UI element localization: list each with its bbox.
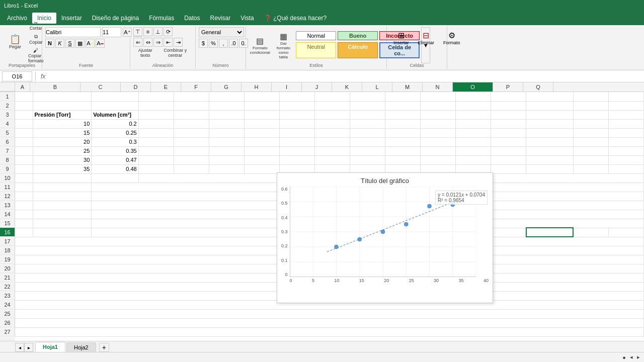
cell-O9[interactable] <box>526 164 573 173</box>
cell-G3[interactable] <box>244 110 279 119</box>
cell-I1[interactable] <box>315 92 350 101</box>
cell-P5[interactable] <box>573 128 608 137</box>
row-num-2[interactable]: 2 <box>0 101 15 110</box>
cell-F5[interactable] <box>209 128 244 137</box>
col-header-A[interactable]: A <box>15 82 30 92</box>
cell-N4[interactable] <box>491 119 526 128</box>
cell-H8[interactable] <box>279 155 314 164</box>
cell-O7[interactable] <box>526 146 573 155</box>
row-num-15[interactable]: 15 <box>0 219 15 228</box>
cell-B4[interactable]: 10 <box>33 119 92 128</box>
menu-insertar[interactable]: Insertar <box>56 13 87 24</box>
style-normal[interactable]: Normal <box>296 31 336 40</box>
cell-A6[interactable] <box>15 137 33 146</box>
font-name-input[interactable] <box>45 27 101 37</box>
cell-P2[interactable] <box>573 101 608 110</box>
cell-I8[interactable] <box>315 155 350 164</box>
cell-J7[interactable] <box>350 146 385 155</box>
cell-K7[interactable] <box>385 146 421 155</box>
cell-O6[interactable] <box>526 137 573 146</box>
indent-dec-button[interactable]: ⇤ <box>164 38 173 47</box>
dec-inc-button[interactable]: .0 <box>229 39 238 48</box>
row-num-8[interactable]: 8 <box>0 155 15 164</box>
align-bottom-button[interactable]: ⊥ <box>153 27 163 36</box>
cell-A12[interactable] <box>15 192 33 201</box>
cell-G8[interactable] <box>244 155 279 164</box>
cell-D7[interactable] <box>138 146 174 155</box>
cell-E6[interactable] <box>174 137 209 146</box>
formato-condicional-button[interactable]: ▤ Formato condicional <box>249 36 271 54</box>
row-num-11[interactable]: 11 <box>0 183 15 192</box>
cell-C1[interactable] <box>92 92 138 101</box>
border-button[interactable]: ▦ <box>75 39 85 48</box>
sheet-tab-hoja2[interactable]: Hoja2 <box>66 342 96 352</box>
style-bueno[interactable]: Bueno <box>338 31 378 40</box>
cell-N1[interactable] <box>491 92 526 101</box>
cell-A10[interactable] <box>15 173 33 183</box>
cell-C3[interactable]: Volumen [cm³] <box>92 110 138 119</box>
cell-H4[interactable] <box>279 119 314 128</box>
cell-L7[interactable] <box>421 146 456 155</box>
add-sheet-button[interactable]: + <box>99 343 109 352</box>
col-header-N[interactable]: N <box>423 82 453 92</box>
cell-F3[interactable] <box>209 110 244 119</box>
cell-M7[interactable] <box>456 146 491 155</box>
row-num-24[interactable]: 24 <box>0 300 15 309</box>
chart-container[interactable]: Título del gráfico 0 0.1 0.2 0.3 0.4 0.5… <box>277 172 493 303</box>
cell-O5[interactable] <box>526 128 573 137</box>
indent-inc-button[interactable]: ⇥ <box>174 38 183 47</box>
cell-M3[interactable] <box>456 110 491 119</box>
cell-C8[interactable]: 0.47 <box>92 155 138 164</box>
dar-formato-button[interactable]: ▦ Dar formato como tabla <box>273 36 295 54</box>
cell-Q8[interactable] <box>608 155 643 164</box>
cell-I2[interactable] <box>315 101 350 110</box>
menu-vista[interactable]: Vista <box>235 13 259 24</box>
row-num-1[interactable]: 1 <box>0 92 15 101</box>
row-num-20[interactable]: 20 <box>0 264 15 273</box>
align-center-button[interactable]: ⇔ <box>143 38 152 47</box>
align-middle-button[interactable]: ≡ <box>143 27 152 36</box>
number-format-select[interactable]: General <box>199 27 244 37</box>
cell-B12[interactable] <box>33 192 92 201</box>
cell-H6[interactable] <box>279 137 314 146</box>
cell-I4[interactable] <box>315 119 350 128</box>
cell-D6[interactable] <box>138 137 174 146</box>
font-color-button[interactable]: A▬ <box>96 39 105 48</box>
cell-M4[interactable] <box>456 119 491 128</box>
text-angle-button[interactable]: ⟳ <box>164 27 173 36</box>
cell-G1[interactable] <box>244 92 279 101</box>
cell-B9[interactable]: 35 <box>33 164 92 173</box>
cell-A11[interactable] <box>15 183 33 192</box>
row-num-21[interactable]: 21 <box>0 273 15 282</box>
cell-reference-box[interactable] <box>2 71 32 81</box>
cell-D9[interactable] <box>138 164 174 173</box>
cell-A4[interactable] <box>15 119 33 128</box>
cell-N3[interactable] <box>491 110 526 119</box>
cell-P16[interactable] <box>573 228 608 237</box>
row-num-3[interactable]: 3 <box>0 110 15 119</box>
col-header-Q[interactable]: Q <box>523 82 553 92</box>
cell-F9[interactable] <box>209 164 244 173</box>
cell-G5[interactable] <box>244 128 279 137</box>
row-num-26[interactable]: 26 <box>0 318 15 327</box>
formula-input[interactable] <box>49 71 642 81</box>
col-header-F[interactable]: F <box>181 82 211 92</box>
ajustar-texto-button[interactable]: Ajustar texto <box>133 48 157 57</box>
col-header-B[interactable]: B <box>30 82 80 92</box>
cell-K4[interactable] <box>385 119 421 128</box>
cell-A3[interactable] <box>15 110 33 119</box>
cell-L6[interactable] <box>421 137 456 146</box>
menu-ayuda[interactable]: ❓ ¿Qué desea hacer? <box>259 13 332 24</box>
cell-E8[interactable] <box>174 155 209 164</box>
cell-O4[interactable] <box>526 119 573 128</box>
cell-P1[interactable] <box>573 92 608 101</box>
cell-K1[interactable] <box>385 92 421 101</box>
cell-J5[interactable] <box>350 128 385 137</box>
cell-E5[interactable] <box>174 128 209 137</box>
row-num-10[interactable]: 10 <box>0 173 15 183</box>
cell-B7[interactable]: 25 <box>33 146 92 155</box>
cell-Q3[interactable] <box>608 110 643 119</box>
cell-N2[interactable] <box>491 101 526 110</box>
col-header-G[interactable]: G <box>211 82 242 92</box>
cell-B5[interactable]: 15 <box>33 128 92 137</box>
